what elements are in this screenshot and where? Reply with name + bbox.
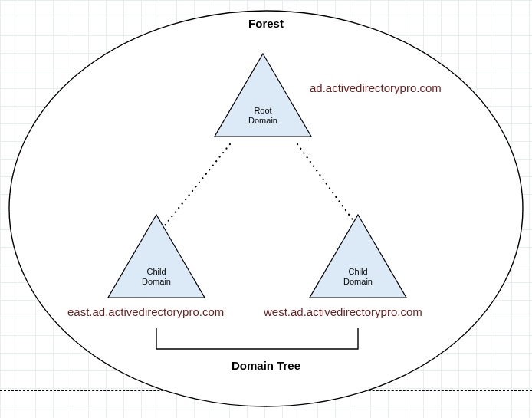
left-child-line1: Child [146, 267, 166, 276]
forest-label: Forest [0, 17, 532, 30]
right-child-line1: Child [348, 267, 367, 276]
left-child-label: Child Domain [126, 267, 187, 286]
root-domain-label: Root Domain [232, 106, 294, 125]
root-domain-url: ad.activedirectorypro.com [310, 81, 442, 94]
right-child-url: west.ad.activedirectorypro.com [264, 305, 422, 318]
diagram-svg [0, 0, 532, 418]
domain-tree-label: Domain Tree [0, 359, 532, 372]
root-domain-line1: Root [254, 106, 271, 115]
left-child-url: east.ad.activedirectorypro.com [67, 305, 224, 318]
right-child-label: Child Domain [327, 267, 389, 286]
right-child-line2: Domain [343, 277, 373, 286]
left-child-line2: Domain [142, 277, 171, 286]
root-domain-line2: Domain [248, 116, 277, 125]
